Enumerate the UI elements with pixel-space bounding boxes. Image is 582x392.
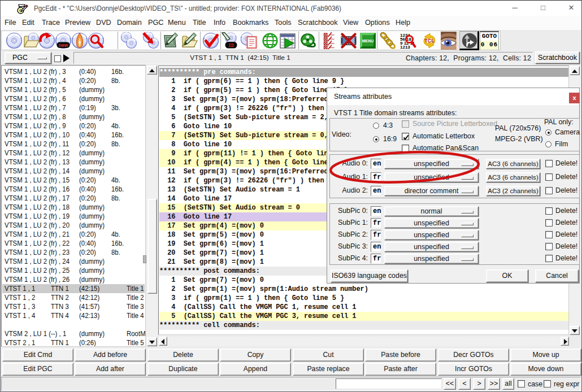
svg-text:TCL: TCL <box>424 38 435 43</box>
svg-text:MENU: MENU <box>362 39 374 43</box>
svg-text:ID: ID <box>228 43 234 49</box>
svg-text:1213: 1213 <box>400 45 410 50</box>
svg-text:new: new <box>59 42 68 48</box>
